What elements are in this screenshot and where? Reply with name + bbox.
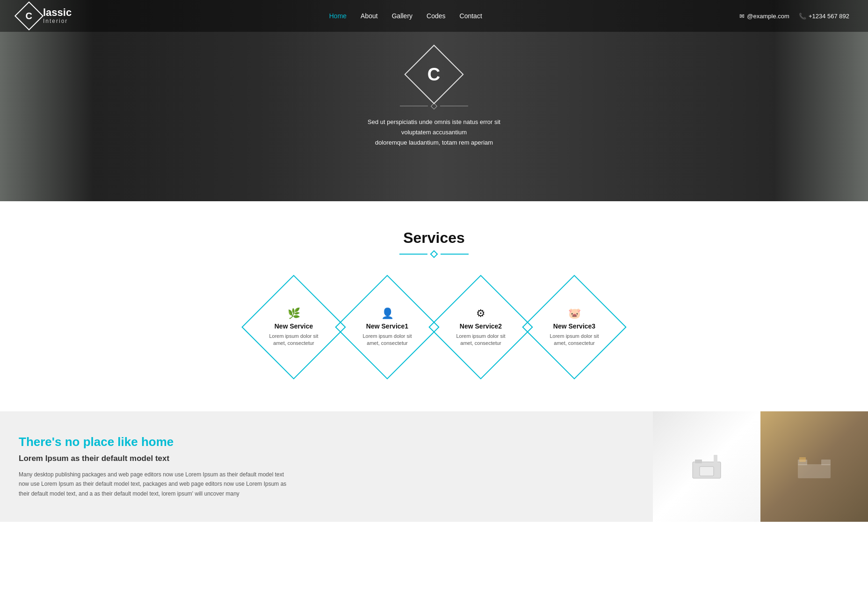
nav-gallery[interactable]: Gallery (392, 12, 412, 20)
divider-diamond (431, 103, 437, 110)
divider-line-right (440, 106, 468, 106)
bottom-left: There's no place like home Lorem Ipsum a… (0, 411, 653, 522)
service-icon-1: 👤 (381, 307, 394, 320)
service-icon-3: 🐷 (568, 307, 581, 320)
services-divider (19, 251, 849, 257)
services-divider-diamond (430, 250, 438, 258)
service-name-2: New Service2 (460, 322, 502, 330)
navbar: C lassic Interior Home About Gallery Cod… (0, 0, 868, 32)
service-desc-2: Lorem ipsum dolor sit amet, consectetur (453, 333, 509, 347)
service-card-1[interactable]: 👤 New Service1 Lorem ipsum dolor sit ame… (345, 285, 429, 369)
hero-logo-letter: C (427, 64, 440, 84)
nav-home[interactable]: Home (329, 12, 347, 20)
service-card-0[interactable]: 🌿 New Service Lorem ipsum dolor sit amet… (252, 285, 336, 369)
hero-divider (400, 104, 468, 109)
service-inner-1: 👤 New Service1 Lorem ipsum dolor sit ame… (359, 307, 415, 347)
bedroom-svg (796, 448, 833, 485)
email-contact: ✉ @example.com (739, 13, 789, 20)
phone-contact: 📞 +1234 567 892 (799, 13, 849, 20)
service-card-3[interactable]: 🐷 New Service3 Lorem ipsum dolor sit ame… (532, 285, 616, 369)
nav-contact: ✉ @example.com 📞 +1234 567 892 (739, 13, 849, 20)
services-title: Services (19, 229, 849, 247)
svg-rect-2 (714, 455, 717, 476)
svg-rect-3 (700, 467, 714, 476)
nav-contact[interactable]: Contact (460, 12, 482, 20)
bottom-section: There's no place like home Lorem Ipsum a… (0, 411, 868, 522)
bedroom-image (760, 411, 868, 522)
bathroom-svg (688, 448, 725, 485)
hero-tagline: Sed ut perspiciatis unde omnis iste natu… (359, 117, 509, 148)
service-icon-0: 🌿 (288, 307, 300, 320)
svg-rect-4 (798, 464, 831, 478)
nav-codes[interactable]: Codes (427, 12, 445, 20)
logo-diamond: C (14, 1, 43, 30)
service-name-3: New Service3 (553, 322, 595, 330)
service-inner-2: ⚙ New Service2 Lorem ipsum dolor sit ame… (453, 307, 509, 347)
service-desc-3: Lorem ipsum dolor sit amet, consectetur (546, 333, 602, 347)
services-divider-line-right (441, 254, 469, 255)
hero-tagline1: Sed ut perspiciatis unde omnis iste natu… (368, 118, 500, 136)
service-name-1: New Service1 (366, 322, 408, 330)
hero-logo-diamond: C (404, 44, 463, 104)
logo[interactable]: C lassic Interior (19, 6, 72, 26)
nav-links: Home About Gallery Codes Contact (329, 12, 482, 20)
phone-text: +1234 567 892 (809, 13, 849, 20)
bathroom-image (653, 411, 760, 522)
phone-icon: 📞 (799, 13, 806, 20)
service-desc-1: Lorem ipsum dolor sit amet, consectetur (359, 333, 415, 347)
service-inner-0: 🌿 New Service Lorem ipsum dolor sit amet… (266, 307, 322, 347)
service-desc-0: Lorem ipsum dolor sit amet, consectetur (266, 333, 322, 347)
service-icon-2: ⚙ (476, 307, 485, 320)
bottom-heading: There's no place like home (19, 435, 634, 449)
services-grid: 🌿 New Service Lorem ipsum dolor sit amet… (19, 280, 849, 374)
bottom-images (653, 411, 868, 522)
email-icon: ✉ (739, 13, 745, 20)
logo-sub: Interior (43, 18, 72, 24)
svg-rect-6 (821, 460, 831, 465)
hero-content: C Sed ut perspiciatis unde omnis iste na… (359, 53, 509, 148)
email-text: @example.com (747, 13, 789, 20)
service-name-0: New Service (275, 322, 313, 330)
logo-name: lassic (43, 7, 72, 18)
svg-rect-1 (695, 460, 702, 463)
bottom-subheading: Lorem Ipsum as their default model text (19, 454, 634, 463)
bottom-body: Many desktop publishing packages and web… (19, 470, 290, 498)
logo-letter: C (26, 10, 32, 21)
services-section: Services 🌿 New Service Lorem ipsum dolor… (0, 201, 868, 411)
svg-rect-7 (799, 457, 806, 462)
divider-line-left (400, 106, 428, 106)
hero-tagline2: doloremque laudantium, totam rem aperiam (375, 139, 493, 146)
service-card-2[interactable]: ⚙ New Service2 Lorem ipsum dolor sit ame… (439, 285, 523, 369)
nav-about[interactable]: About (361, 12, 378, 20)
services-divider-line-left (399, 254, 427, 255)
service-inner-3: 🐷 New Service3 Lorem ipsum dolor sit ame… (546, 307, 602, 347)
